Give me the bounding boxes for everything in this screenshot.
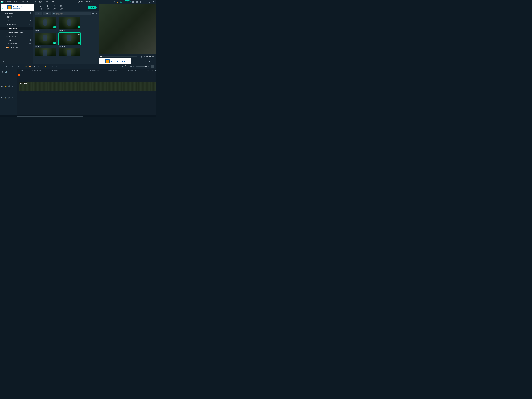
login-button[interactable]: 登录 bbox=[124, 0, 131, 3]
media-item[interactable]: ↓Travel 02 bbox=[59, 17, 81, 32]
hint-icon[interactable] bbox=[117, 1, 119, 3]
media-item[interactable]: ↓Travel 03 bbox=[35, 33, 57, 47]
export-button[interactable]: 导出 bbox=[88, 6, 96, 9]
folder-icon[interactable] bbox=[6, 61, 8, 63]
maximize-icon[interactable] bbox=[149, 1, 151, 3]
clip-travel-04[interactable]: ▶Travel 04 bbox=[19, 82, 156, 91]
tab-split[interactable]: ▥ 分屏 bbox=[58, 4, 64, 11]
mute-icon[interactable]: 🔊 bbox=[8, 97, 10, 99]
menu-file[interactable]: 文件 bbox=[19, 1, 25, 3]
keyframe-icon[interactable]: ◈ bbox=[45, 65, 46, 68]
visibility-icon[interactable]: 👁 bbox=[12, 85, 13, 87]
adjust-icon[interactable]: ≚ bbox=[48, 65, 50, 68]
media-item[interactable]: ✓🎞Travel 04 bbox=[59, 33, 81, 47]
mark-in-button[interactable]: { bbox=[139, 55, 139, 58]
menu-edit[interactable]: 编辑 bbox=[26, 1, 31, 3]
more-icon[interactable]: ≫ bbox=[55, 65, 57, 68]
menu-help[interactable]: 帮助 bbox=[50, 1, 56, 3]
delete-icon[interactable]: 🗑 bbox=[12, 65, 13, 68]
link-icon[interactable]: 🔗 bbox=[5, 71, 8, 73]
track-2[interactable]: ▶Travel 04 bbox=[17, 81, 156, 92]
tab-stickers[interactable]: ⧉ 贴纸 bbox=[51, 4, 57, 11]
filter-icon[interactable] bbox=[92, 13, 94, 15]
tab-transition[interactable]: ⇄ 转场 bbox=[38, 4, 44, 11]
record-dropdown[interactable]: 录制 ▾ bbox=[43, 12, 51, 15]
view-toggle[interactable] bbox=[151, 65, 154, 68]
audio-icon[interactable]: ⦀ bbox=[52, 65, 53, 68]
sidebar-item[interactable]: 文件夹(0) bbox=[0, 15, 33, 19]
lock-icon[interactable]: 🔓 bbox=[5, 97, 7, 99]
speed-icon[interactable]: ◷ bbox=[25, 65, 27, 68]
sidebar-item[interactable]: ▼Shared Media(0) bbox=[0, 19, 33, 23]
tab-effects[interactable]: ✦ 特效 bbox=[44, 4, 51, 11]
timeline-ruler[interactable]: 00:0000:00:00:0500:00:00:1000:00:00:1500… bbox=[17, 69, 156, 75]
menu-view[interactable]: 视图 bbox=[38, 1, 44, 3]
sidebar-item[interactable]: Sample Video(20) bbox=[0, 27, 33, 30]
sidebar-item-label: Sample Video bbox=[7, 28, 29, 29]
sidebar-item[interactable]: ▼Project Media(0) bbox=[0, 11, 33, 15]
download-arrow-icon[interactable]: ↓ bbox=[53, 26, 56, 28]
mark-out-button[interactable]: } bbox=[141, 55, 142, 58]
grid-view-icon[interactable] bbox=[95, 13, 97, 15]
fullscreen-icon[interactable] bbox=[152, 60, 154, 62]
redo-icon[interactable]: ↷ bbox=[6, 65, 7, 68]
media-item[interactable] bbox=[59, 48, 81, 56]
menu-export[interactable]: 导出 bbox=[44, 1, 50, 3]
preview-viewport[interactable] bbox=[99, 4, 156, 54]
snapshot-icon[interactable] bbox=[139, 60, 142, 62]
mail-icon[interactable] bbox=[136, 1, 138, 3]
timer-icon[interactable]: ⏱ bbox=[38, 65, 39, 68]
chevron-down-icon: ▼ bbox=[2, 35, 3, 37]
color-icon[interactable]: 🎨 bbox=[29, 65, 32, 68]
menu-tools[interactable]: 工具 bbox=[32, 1, 38, 3]
close-icon[interactable] bbox=[153, 1, 155, 3]
track-1[interactable] bbox=[17, 92, 156, 104]
media-item[interactable]: ↓Travel 01 bbox=[35, 17, 57, 32]
chevron-down-icon: ▾ bbox=[49, 13, 50, 15]
mic-icon[interactable]: 🎤 bbox=[124, 65, 126, 68]
crop-icon[interactable]: ⧉ bbox=[22, 65, 23, 68]
sidebar-item[interactable]: Custom(0) bbox=[0, 38, 33, 42]
lock-icon[interactable]: 🔓 bbox=[5, 85, 7, 87]
mute-icon[interactable]: 🔊 bbox=[8, 85, 10, 87]
timeline-content[interactable]: 00:0000:00:00:0500:00:00:1000:00:00:1500… bbox=[17, 69, 156, 115]
zoom-out-icon[interactable]: − bbox=[133, 65, 134, 68]
cloud-icon[interactable] bbox=[113, 1, 115, 3]
new-folder-icon[interactable] bbox=[2, 61, 4, 63]
tab-mine[interactable]: 我 bbox=[1, 8, 3, 10]
sidebar-item[interactable]: NewCinematic(30) bbox=[0, 46, 33, 50]
zoom-in-icon[interactable]: + bbox=[148, 65, 149, 68]
tracking-icon[interactable]: ⟟ bbox=[42, 65, 42, 68]
search-box[interactable]: 🔍 bbox=[52, 12, 91, 15]
pip-icon[interactable] bbox=[148, 60, 150, 62]
render-icon[interactable]: ▣ bbox=[130, 65, 132, 68]
minimize-icon[interactable] bbox=[145, 1, 146, 3]
download-icon[interactable] bbox=[139, 1, 142, 3]
save-icon[interactable] bbox=[132, 1, 134, 3]
download-arrow-icon[interactable]: ↓ bbox=[53, 42, 56, 44]
add-track-icon[interactable]: ⊞ bbox=[2, 71, 3, 73]
zoom-slider[interactable] bbox=[136, 66, 146, 67]
sidebar-item[interactable]: Sample Green Screen(10) bbox=[0, 30, 33, 34]
ruler-label: 00:00 bbox=[19, 70, 23, 71]
caption-icon[interactable]: ▣ bbox=[34, 65, 35, 68]
cut-icon[interactable]: ✂ bbox=[18, 65, 20, 68]
sidebar-item[interactable]: Sample Color(25) bbox=[0, 23, 33, 27]
volume-icon[interactable] bbox=[144, 60, 146, 62]
screen-icon[interactable] bbox=[135, 60, 137, 62]
preview-progress[interactable] bbox=[101, 56, 137, 57]
sidebar-item[interactable]: ▼Preset Templates bbox=[0, 34, 33, 38]
svg-point-8 bbox=[97, 13, 97, 13]
search-input[interactable] bbox=[56, 13, 90, 15]
sidebar-item[interactable]: All Templates(151) bbox=[0, 42, 33, 46]
timeline-scrollbar[interactable] bbox=[0, 115, 156, 117]
marker-shield-icon[interactable]: ◇ bbox=[121, 65, 123, 68]
download-arrow-icon[interactable]: ↓ bbox=[77, 26, 80, 28]
undo-icon[interactable]: ↶ bbox=[2, 65, 3, 68]
headphone-icon[interactable] bbox=[120, 1, 122, 3]
import-dropdown[interactable]: 导入 ▾ bbox=[35, 12, 42, 15]
visibility-icon[interactable]: 👁 bbox=[12, 97, 13, 99]
playhead[interactable] bbox=[19, 69, 19, 115]
mixer-icon[interactable]: ≛ bbox=[127, 65, 129, 68]
media-item[interactable] bbox=[35, 48, 57, 56]
